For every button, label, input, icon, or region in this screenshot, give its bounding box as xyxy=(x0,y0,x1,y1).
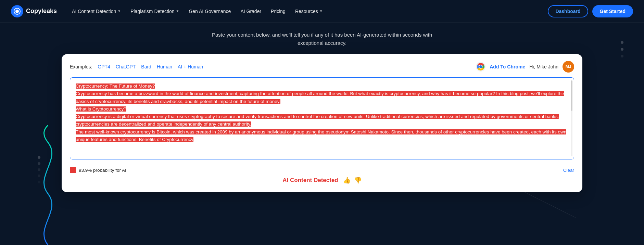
examples-left: Examples: GPT4 ChatGPT Bard Human AI + H… xyxy=(70,64,203,69)
example-chatgpt[interactable]: ChatGPT xyxy=(116,64,136,69)
examples-label: Examples: xyxy=(70,64,92,69)
scrollbar-thumb xyxy=(571,80,572,111)
chevron-down-icon: ▼ xyxy=(319,9,323,13)
get-started-button[interactable]: Get Started xyxy=(592,5,633,17)
nav-item-ai-grader[interactable]: AI Grader xyxy=(236,6,265,17)
navbar: Copyleaks AI Content Detection ▼ Plagiar… xyxy=(0,0,644,23)
thumbs-down-icon[interactable]: 👎 xyxy=(354,177,362,184)
nav-item-ai-detection[interactable]: AI Content Detection ▼ xyxy=(68,6,125,17)
bg-dots-left xyxy=(38,156,40,183)
svg-point-6 xyxy=(479,65,482,68)
detection-result-row: AI Content Detected 👍 👎 xyxy=(70,173,574,185)
ai-indicator-icon xyxy=(70,167,76,173)
hero-description: Paste your content below, and we'll tell… xyxy=(202,23,442,54)
example-ai-human[interactable]: AI + Human xyxy=(178,64,203,69)
logo[interactable]: Copyleaks xyxy=(11,5,57,17)
hi-greeting: Hi, Mike John xyxy=(529,64,558,69)
nav-item-gen-ai[interactable]: Gen AI Governance xyxy=(185,6,235,17)
nav-actions: Dashboard Get Started xyxy=(548,5,633,17)
example-gpt4[interactable]: GPT4 xyxy=(98,64,110,69)
card-footer: 93.9% probability for AI Clear xyxy=(70,164,574,173)
feedback-icons: 👍 👎 xyxy=(343,177,362,184)
examples-right: Add To Chrome Hi, Mike John MJ xyxy=(476,61,574,73)
svg-point-2 xyxy=(15,10,19,13)
logo-text: Copyleaks xyxy=(26,8,57,15)
text-area[interactable]: Cryptocurrency: The Future of Money? Cry… xyxy=(70,77,574,159)
logo-icon xyxy=(11,5,23,17)
detection-result-label: AI Content Detected xyxy=(282,177,338,184)
chevron-down-icon: ▼ xyxy=(117,9,121,13)
examples-row: Examples: GPT4 ChatGPT Bard Human AI + H… xyxy=(70,61,574,73)
example-bard[interactable]: Bard xyxy=(141,64,151,69)
text-content: Cryptocurrency: The Future of Money? Cry… xyxy=(76,82,568,143)
dashboard-button[interactable]: Dashboard xyxy=(548,5,588,17)
thumbs-up-icon[interactable]: 👍 xyxy=(343,177,351,184)
probability-text: 93.9% probability for AI xyxy=(79,168,126,173)
nav-item-resources[interactable]: Resources ▼ xyxy=(291,6,327,17)
highlighted-text-what-is: What is Cryptocurrency? xyxy=(76,106,126,112)
add-to-chrome-link[interactable]: Add To Chrome xyxy=(490,64,525,69)
bg-dots-right xyxy=(621,41,623,57)
nav-item-plagiarism[interactable]: Plagiarism Detection ▼ xyxy=(126,6,183,17)
nav-item-pricing[interactable]: Pricing xyxy=(267,6,290,17)
example-human[interactable]: Human xyxy=(157,64,172,69)
highlighted-text-title: Cryptocurrency: The Future of Money? xyxy=(76,83,155,89)
chrome-icon xyxy=(476,62,485,72)
nav-items: AI Content Detection ▼ Plagiarism Detect… xyxy=(68,6,548,17)
clear-button[interactable]: Clear xyxy=(563,168,574,173)
highlighted-text-bitcoin: The most well-known cryptocurrency is Bi… xyxy=(76,129,566,142)
chevron-down-icon: ▼ xyxy=(176,9,179,13)
main-card: Examples: GPT4 ChatGPT Bard Human AI + H… xyxy=(62,54,582,192)
avatar[interactable]: MJ xyxy=(563,61,574,73)
highlighted-text-definition: Cryptocurrency is a digital or virtual c… xyxy=(76,114,559,127)
scrollbar-track[interactable] xyxy=(571,80,572,156)
probability-badge: 93.9% probability for AI xyxy=(70,167,126,173)
highlighted-text-intro: Cryptocurrency has become a buzzword in … xyxy=(76,91,564,104)
